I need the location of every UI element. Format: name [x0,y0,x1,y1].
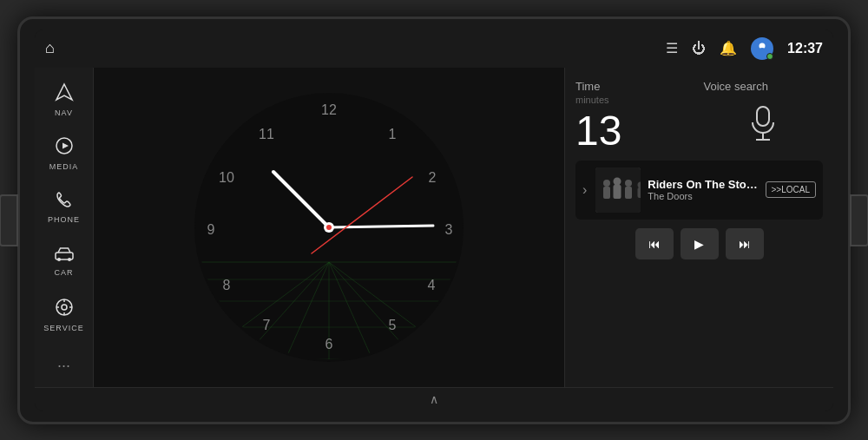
widgets-row: Time minutes 13 Voice search [575,80,823,152]
nav-icon [55,82,74,106]
svg-point-53 [625,180,632,187]
phone-label: PHONE [48,215,80,224]
status-bar: ⌂ ☰ ⏻ 🔔 12:37 [35,30,833,68]
svg-marker-1 [56,84,72,100]
sidebar-item-car[interactable]: CAR [38,236,90,286]
power-icon[interactable]: ⏻ [692,41,706,56]
time-widget-subtitle: minutes [575,95,695,105]
song-title: Riders On The Storm [648,178,758,191]
bracket-left [0,194,18,246]
right-panel: Time minutes 13 Voice search [564,68,833,387]
clock-area: 12 1 2 3 4 5 6 7 [94,68,564,387]
bottom-bar: ∧ [35,387,833,411]
more-menu-button[interactable]: ... [57,345,70,380]
phone-icon [56,191,73,213]
svg-text:7: 7 [263,318,271,332]
avatar-status-dot [766,53,773,60]
playback-controls: ⏮ ▶ ⏭ [575,228,823,259]
svg-text:3: 3 [445,222,453,237]
time-widget-value: 13 [575,110,695,152]
svg-point-5 [57,258,61,261]
svg-point-8 [62,305,67,310]
svg-rect-44 [757,107,769,126]
svg-text:10: 10 [219,170,234,185]
status-icons: ☰ ⏻ 🔔 12:37 [666,37,823,60]
clock-time: 12:37 [787,41,823,56]
svg-text:11: 11 [259,127,274,141]
svg-point-6 [68,258,71,261]
svg-text:6: 6 [326,337,333,351]
svg-point-43 [326,225,332,230]
time-widget-title: Time [575,80,695,93]
screen: ⌂ ☰ ⏻ 🔔 12:37 [35,30,833,411]
car-display-unit: ⌂ ☰ ⏻ 🔔 12:37 [17,16,851,424]
time-widget: Time minutes 13 [575,80,695,152]
menu-icon[interactable]: ☰ [666,40,678,56]
sidebar: NAV MEDIA [35,68,94,387]
media-player-row: › [575,161,823,220]
sidebar-item-media[interactable]: MEDIA [38,128,90,179]
svg-text:4: 4 [428,278,436,292]
bell-icon[interactable]: 🔔 [720,40,737,56]
sidebar-item-nav[interactable]: NAV [38,75,90,125]
next-track-button[interactable]: ⏭ [726,228,764,259]
media-label: MEDIA [49,162,79,171]
nav-label: NAV [55,108,73,117]
microphone-icon[interactable] [747,105,779,149]
media-icon [55,136,74,160]
svg-point-49 [603,180,610,187]
bracket-right [850,194,868,246]
svg-rect-54 [625,187,632,199]
media-info: Riders On The Storm The Doors [648,178,758,201]
sidebar-item-service[interactable]: SERVICE [38,290,90,340]
voice-search-widget: Voice search [704,80,824,149]
album-art-image [595,167,641,213]
svg-line-40 [329,226,433,227]
service-label: SERVICE [43,324,83,332]
local-badge[interactable]: >>LOCAL [766,181,816,198]
car-label: CAR [54,268,73,277]
play-pause-button[interactable]: ▶ [681,228,719,259]
svg-point-51 [614,177,621,185]
sidebar-item-phone[interactable]: PHONE [38,182,90,233]
svg-text:9: 9 [207,222,215,237]
main-area: NAV MEDIA [35,68,833,387]
svg-text:5: 5 [389,318,397,332]
chevron-up-icon[interactable]: ∧ [430,392,438,406]
svg-rect-50 [603,187,610,199]
service-icon [55,298,74,321]
svg-marker-3 [62,142,69,148]
svg-text:2: 2 [429,170,437,185]
voice-search-title: Voice search [704,80,768,93]
media-expand-icon[interactable]: › [582,182,587,198]
prev-track-button[interactable]: ⏮ [635,228,674,259]
svg-text:12: 12 [321,102,337,117]
user-avatar[interactable] [751,37,773,60]
svg-rect-52 [614,185,621,199]
clock-face: 12 1 2 3 4 5 6 7 [190,89,468,366]
car-icon [54,246,75,266]
album-art [595,167,641,213]
home-icon[interactable]: ⌂ [45,39,55,57]
artist-name: The Doors [648,191,758,201]
svg-text:8: 8 [223,278,231,292]
svg-text:1: 1 [389,127,397,141]
svg-rect-56 [638,187,641,198]
